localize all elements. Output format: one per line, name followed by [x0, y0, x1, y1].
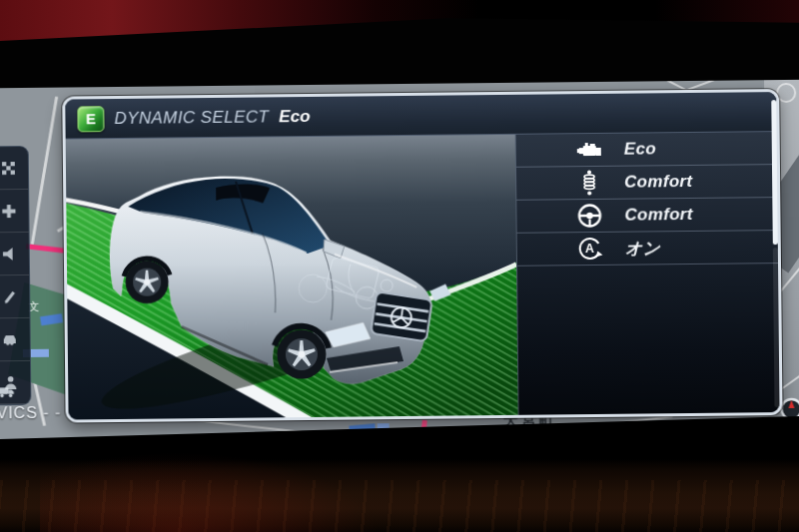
scrollbar-track[interactable]	[773, 248, 780, 407]
checkered-flag-icon	[0, 160, 17, 177]
dialog-body: Eco Comfort Comfort	[66, 132, 780, 419]
infotainment-screen: 文 大宮町 VI	[0, 80, 799, 452]
drive-mode-illustration	[66, 135, 518, 420]
setting-value: Comfort	[624, 205, 692, 226]
sidebar-item-flag[interactable]	[0, 147, 28, 190]
setting-row-engine[interactable]: Eco	[516, 132, 777, 168]
sidebar-item-audio[interactable]	[0, 233, 29, 275]
dialog-title: DYNAMIC SELECT	[114, 107, 269, 129]
map-sidebar	[0, 146, 31, 405]
vics-status-label: VICS - - :	[0, 403, 72, 422]
sidebar-item-edit[interactable]	[0, 275, 30, 318]
setting-row-suspension[interactable]: Comfort	[516, 165, 777, 201]
dialog-mode-label: Eco	[279, 106, 310, 126]
settings-panel: Eco Comfort Comfort	[515, 132, 780, 415]
steering-wheel-icon	[572, 203, 606, 229]
drive-mode-badge: E	[77, 106, 104, 132]
engine-icon	[572, 140, 606, 160]
sidebar-item-vehicle[interactable]	[0, 318, 30, 361]
vehicle-icon	[1, 330, 19, 348]
grille	[371, 291, 432, 341]
map-road	[31, 97, 58, 245]
setting-value: Eco	[624, 139, 656, 159]
sidebar-item-position[interactable]	[0, 190, 29, 233]
setting-row-start-stop[interactable]: A オン	[517, 231, 778, 266]
stylus-icon	[1, 288, 18, 305]
dashboard-photo: 文 大宮町 VI	[0, 0, 799, 532]
auto-start-stop-icon: A	[573, 236, 607, 262]
dashboard-trim	[0, 0, 799, 54]
setting-value: Comfort	[624, 172, 692, 193]
car-illustration	[66, 135, 518, 420]
setting-row-steering[interactable]: Comfort	[516, 198, 777, 234]
dynamic-select-dialog: E DYNAMIC SELECT Eco	[62, 89, 782, 423]
vics-vehicle-icon	[0, 384, 15, 398]
suspension-icon	[572, 170, 606, 196]
speaker-icon	[0, 246, 17, 263]
crosshair-icon	[0, 203, 17, 220]
svg-text:A: A	[585, 242, 594, 256]
setting-value: オン	[625, 237, 661, 260]
scrollbar-thumb[interactable]	[771, 100, 778, 245]
